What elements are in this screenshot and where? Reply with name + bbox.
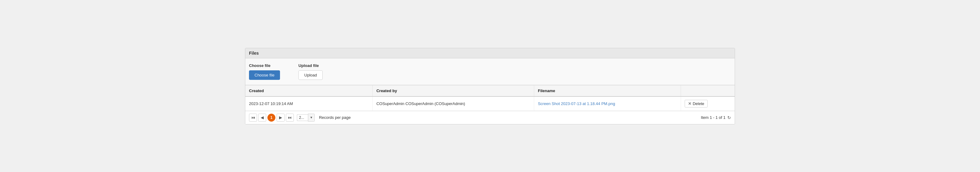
panel-body: Choose file Choose file Upload file Uplo… bbox=[245, 58, 735, 85]
panel-title: Files bbox=[249, 51, 259, 56]
cell-filename: Screen Shot 2023-07-13 at 1.18.44 PM.png bbox=[534, 96, 681, 111]
delete-label: Delete bbox=[693, 101, 704, 106]
files-table: Created Created by Filename 2023-12-07 1… bbox=[245, 85, 735, 111]
col-header-action bbox=[681, 85, 735, 96]
upload-section: Choose file Choose file Upload file Uplo… bbox=[249, 63, 731, 80]
delete-button[interactable]: ✕ Delete bbox=[685, 100, 708, 107]
pagination-right: Item 1 - 1 of 1 ↻ bbox=[701, 115, 731, 120]
file-link[interactable]: Screen Shot 2023-07-13 at 1.18.44 PM.png bbox=[538, 101, 615, 106]
cell-created-by: COSuperAdmin COSuperAdmin (COSuperAdmin) bbox=[372, 96, 534, 111]
upload-file-label: Upload file bbox=[298, 63, 323, 68]
col-header-created: Created bbox=[245, 85, 372, 96]
upload-button[interactable]: Upload bbox=[298, 70, 323, 80]
cell-action: ✕ Delete bbox=[681, 96, 735, 111]
records-per-page-label: Records per page bbox=[319, 115, 351, 120]
table-section: Created Created by Filename 2023-12-07 1… bbox=[245, 85, 735, 111]
choose-file-button[interactable]: Choose file bbox=[249, 70, 280, 80]
current-page-button[interactable]: 1 bbox=[267, 114, 275, 122]
pagination-left: ⏮ ◀ 1 ▶ ⏭ ▼ Records per page bbox=[249, 114, 351, 122]
refresh-icon[interactable]: ↻ bbox=[727, 115, 731, 120]
prev-page-icon: ◀ bbox=[261, 115, 264, 120]
table-header-row: Created Created by Filename bbox=[245, 85, 735, 96]
cell-created: 2023-12-07 10:19:14 AM bbox=[245, 96, 372, 111]
item-summary: Item 1 - 1 of 1 bbox=[701, 115, 725, 120]
choose-file-label: Choose file bbox=[249, 63, 280, 68]
first-page-button[interactable]: ⏮ bbox=[249, 114, 257, 122]
next-page-button[interactable]: ▶ bbox=[277, 114, 285, 122]
per-page-select: ▼ bbox=[297, 114, 315, 122]
prev-page-button[interactable]: ◀ bbox=[258, 114, 266, 122]
col-header-createdby: Created by bbox=[372, 85, 534, 96]
last-page-button[interactable]: ⏭ bbox=[286, 114, 294, 122]
table-row: 2023-12-07 10:19:14 AM COSuperAdmin COSu… bbox=[245, 96, 735, 111]
files-panel: Files Choose file Choose file Upload fil… bbox=[245, 48, 735, 124]
choose-file-group: Choose file Choose file bbox=[249, 63, 280, 80]
delete-x-icon: ✕ bbox=[688, 101, 691, 106]
per-page-dropdown-button[interactable]: ▼ bbox=[308, 114, 315, 122]
col-header-filename: Filename bbox=[534, 85, 681, 96]
first-page-icon: ⏮ bbox=[251, 115, 255, 120]
last-page-icon: ⏭ bbox=[288, 115, 292, 120]
upload-file-group: Upload file Upload bbox=[298, 63, 323, 80]
per-page-input[interactable] bbox=[297, 114, 308, 121]
next-page-icon: ▶ bbox=[279, 115, 282, 120]
panel-header: Files bbox=[245, 48, 735, 58]
pagination-bar: ⏮ ◀ 1 ▶ ⏭ ▼ Records per page bbox=[245, 111, 735, 124]
